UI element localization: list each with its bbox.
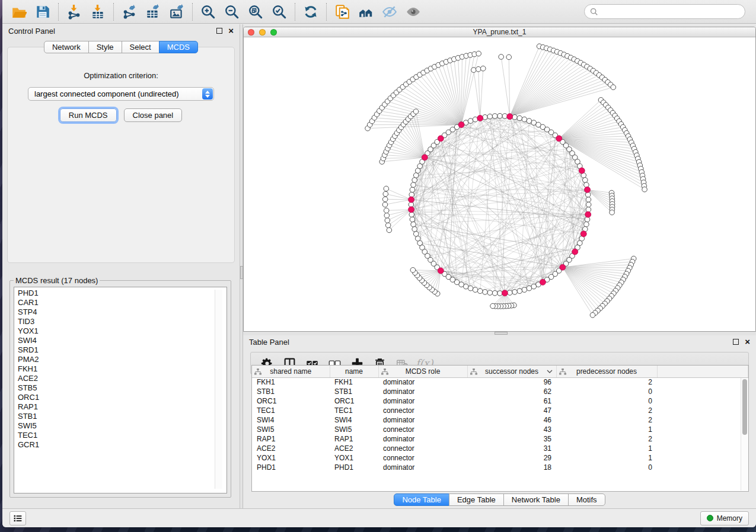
cell-MCDS-role[interactable]: dominator — [378, 463, 467, 472]
cell-predecessor-nodes[interactable]: 1 — [556, 453, 657, 463]
cell-predecessor-nodes[interactable]: 2 — [556, 406, 657, 415]
mcds-result-item[interactable]: CAR1 — [18, 298, 227, 307]
float-panel-icon[interactable] — [733, 339, 739, 345]
cell-MCDS-role[interactable]: dominator — [378, 396, 467, 406]
table-row[interactable]: RAP1RAP1dominator352 — [252, 434, 748, 444]
cell-name[interactable]: SWI5 — [330, 425, 378, 434]
table-row[interactable]: SWI5SWI5connector431 — [252, 425, 748, 434]
window-maximize-button[interactable] — [270, 29, 277, 36]
mcds-result-item[interactable]: SRD1 — [18, 345, 227, 355]
tab-network[interactable]: Network — [44, 41, 89, 53]
mcds-result-item[interactable]: SWI5 — [18, 421, 227, 431]
column-header-predecessor-nodes[interactable]: predecessor nodes — [556, 366, 657, 377]
mcds-result-item[interactable]: STP4 — [18, 307, 227, 317]
cell-shared-name[interactable]: FKH1 — [252, 377, 330, 387]
mcds-result-item[interactable]: TEC1 — [18, 431, 227, 440]
mcds-result-item[interactable]: PMA2 — [18, 355, 227, 364]
network-graph[interactable] — [244, 37, 755, 331]
network-canvas[interactable] — [244, 37, 755, 331]
first-neighbors-button[interactable] — [354, 2, 378, 22]
window-minimize-button[interactable] — [259, 29, 266, 36]
tab-select[interactable]: Select — [122, 41, 160, 53]
cell-successor-nodes[interactable]: 61 — [467, 396, 556, 406]
mcds-result-item[interactable]: RAP1 — [18, 402, 227, 412]
search-input[interactable] — [601, 7, 739, 16]
column-header-successor-nodes[interactable]: successor nodes — [467, 366, 556, 377]
column-header-name[interactable]: name — [330, 366, 378, 377]
cell-predecessor-nodes[interactable]: 2 — [556, 415, 657, 425]
export-image-button[interactable] — [165, 2, 189, 22]
cell-shared-name[interactable]: TEC1 — [252, 406, 330, 415]
table-row[interactable]: STB1STB1dominator620 — [252, 387, 748, 396]
cell-successor-nodes[interactable]: 35 — [467, 434, 556, 444]
open-file-button[interactable] — [7, 2, 31, 22]
cell-successor-nodes[interactable]: 29 — [467, 453, 556, 463]
hide-selected-button[interactable] — [378, 2, 401, 22]
scrollbar-thumb[interactable] — [742, 379, 747, 435]
cell-name[interactable]: YOX1 — [330, 453, 378, 463]
close-panel-icon[interactable]: × — [228, 28, 234, 34]
mcds-result-item[interactable]: ACE2 — [18, 374, 227, 383]
cell-shared-name[interactable]: ORC1 — [252, 396, 330, 406]
cell-MCDS-role[interactable]: connector — [378, 453, 467, 463]
cell-successor-nodes[interactable]: 43 — [467, 425, 556, 434]
cell-shared-name[interactable]: STB1 — [252, 387, 330, 396]
cell-shared-name[interactable]: SWI4 — [252, 415, 330, 425]
table-tab-node-table[interactable]: Node Table — [394, 493, 449, 506]
cell-successor-nodes[interactable]: 46 — [467, 415, 556, 425]
task-history-button[interactable] — [9, 511, 26, 525]
cell-MCDS-role[interactable]: connector — [378, 406, 467, 415]
table-tab-network-table[interactable]: Network Table — [503, 493, 569, 506]
cell-MCDS-role[interactable]: dominator — [378, 415, 467, 425]
cell-predecessor-nodes[interactable]: 0 — [556, 463, 657, 472]
table-tab-motifs[interactable]: Motifs — [568, 493, 605, 506]
cell-successor-nodes[interactable]: 18 — [467, 463, 556, 472]
cell-successor-nodes[interactable]: 47 — [467, 406, 556, 415]
float-panel-icon[interactable] — [216, 28, 222, 34]
mcds-result-item[interactable]: YOX1 — [18, 326, 227, 336]
splitter-grip[interactable] — [495, 332, 508, 335]
table-row[interactable]: FKH1FKH1dominator962 — [252, 377, 748, 387]
cell-MCDS-role[interactable]: dominator — [378, 387, 467, 396]
cell-shared-name[interactable]: PHD1 — [252, 463, 330, 472]
cell-shared-name[interactable]: ACE2 — [252, 444, 330, 453]
tab-mcds[interactable]: MCDS — [159, 41, 198, 53]
table-row[interactable]: PHD1PHD1dominator180 — [252, 463, 748, 472]
zoom-out-button[interactable] — [220, 2, 244, 22]
refresh-layout-button[interactable] — [299, 2, 323, 22]
table-row[interactable]: YOX1YOX1connector291 — [252, 453, 748, 463]
cell-name[interactable]: ORC1 — [330, 396, 378, 406]
table-scrollbar[interactable] — [741, 378, 748, 491]
mcds-result-item[interactable]: GCR1 — [18, 440, 227, 450]
cell-name[interactable]: TEC1 — [330, 406, 378, 415]
cell-name[interactable]: SWI4 — [330, 415, 378, 425]
cell-MCDS-role[interactable]: dominator — [378, 434, 467, 444]
cell-name[interactable]: RAP1 — [330, 434, 378, 444]
mcds-result-item[interactable]: TID3 — [18, 317, 227, 326]
column-header-MCDS-role[interactable]: MCDS role — [378, 366, 467, 377]
cell-name[interactable]: ACE2 — [330, 444, 378, 453]
column-header-shared-name[interactable]: shared name — [252, 366, 330, 377]
cell-successor-nodes[interactable]: 31 — [467, 444, 556, 453]
optimization-criterion-select[interactable]: largest connected component (undirected) — [28, 87, 214, 101]
table-row[interactable]: ACE2ACE2connector311 — [252, 444, 748, 453]
cell-predecessor-nodes[interactable]: 1 — [556, 425, 657, 434]
mcds-result-item[interactable]: FKH1 — [18, 364, 227, 374]
cell-predecessor-nodes[interactable]: 2 — [556, 377, 657, 387]
tab-style[interactable]: Style — [88, 41, 122, 53]
show-all-button[interactable] — [401, 2, 425, 22]
table-row[interactable]: SWI4SWI4dominator462 — [252, 415, 748, 425]
table-tab-edge-table[interactable]: Edge Table — [449, 493, 504, 506]
mcds-result-item[interactable]: STB5 — [18, 383, 227, 393]
run-mcds-button[interactable]: Run MCDS — [60, 108, 117, 122]
cell-predecessor-nodes[interactable]: 2 — [556, 434, 657, 444]
zoom-in-button[interactable] — [196, 2, 220, 22]
cell-predecessor-nodes[interactable]: 0 — [556, 396, 657, 406]
save-session-button[interactable] — [31, 2, 55, 22]
window-close-button[interactable] — [248, 29, 254, 36]
result-list-scrollbar[interactable] — [215, 290, 222, 489]
memory-button[interactable]: Memory — [700, 511, 749, 525]
cell-successor-nodes[interactable]: 96 — [467, 377, 556, 387]
import-network-button[interactable] — [62, 2, 86, 22]
import-table-button[interactable] — [86, 2, 110, 22]
